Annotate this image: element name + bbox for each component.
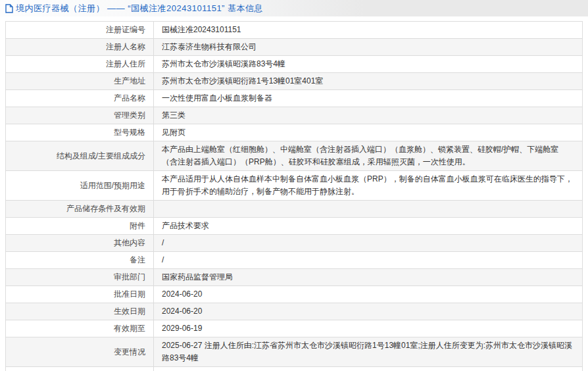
row-value: 一次性使用富血小板血浆制备器 (154, 90, 583, 107)
row-label-text: 产品储存条件及有效期 (66, 204, 145, 213)
table-row: 审批部门国家药品监督管理局 (6, 269, 583, 286)
table-row: 注详情 (6, 367, 583, 371)
row-label-text: 生效日期 (114, 307, 145, 316)
row-label: 生产地址 (6, 73, 154, 90)
row-label: 结构及组成/主要组成成分 (6, 141, 154, 171)
table-row: 生效日期2024-06-20 (6, 303, 583, 320)
row-label-text: 型号规格 (114, 128, 145, 137)
row-value (154, 201, 583, 218)
row-label-text: 审批部门 (114, 272, 145, 282)
row-value: 江苏泰济生物科技有限公司 (154, 39, 583, 56)
row-value: / (154, 252, 583, 269)
table-row: 管理类别第三类 (6, 107, 583, 124)
row-label-text: 注册人名称 (106, 42, 145, 51)
row-value: / (154, 235, 583, 252)
row-label: 适用范围/预期用途 (6, 171, 154, 201)
row-value: 本产品由上端舱室（红细胞舱）、中端舱室（含注射器插入端口）（血浆舱）、锁紧装置、… (154, 141, 583, 171)
row-label-text: 注册证编号 (106, 25, 145, 34)
row-label: 注 (6, 367, 154, 371)
row-label: 变更情况 (6, 337, 154, 367)
row-label: 产品储存条件及有效期 (6, 201, 154, 218)
row-label: 有效期至 (6, 320, 154, 337)
row-label-text: 有效期至 (114, 324, 145, 333)
table-row: 批准日期2024-06-20 (6, 286, 583, 303)
table-row: 备注/ (6, 252, 583, 269)
row-label-text: 结构及组成/主要组成成分 (57, 151, 145, 161)
row-value: 见附页 (154, 124, 583, 141)
document-icon (5, 4, 13, 13)
row-value: 详情 (154, 367, 583, 371)
table-row: 附件产品技术要求 (6, 218, 583, 235)
row-value: 2024-06-20 (154, 303, 583, 320)
row-label-text: 管理类别 (114, 111, 145, 120)
row-value: 2024-06-20 (154, 286, 583, 303)
row-label-text: 生产地址 (114, 76, 145, 86)
table-row: 生产地址苏州市太仓市沙溪镇昭衍路1号13幢01室401室 (6, 73, 583, 90)
table-row: 注册人住所苏州市太仓市沙溪镇昭溪路83号4幢 (6, 56, 583, 73)
row-label: 注册人住所 (6, 56, 154, 73)
row-value: 产品技术要求 (154, 218, 583, 235)
table-row: 产品名称一次性使用富血小板血浆制备器 (6, 90, 583, 107)
row-label-text: 变更情况 (114, 347, 145, 357)
row-label: 附件 (6, 218, 154, 235)
table-row: 结构及组成/主要组成成分本产品由上端舱室（红细胞舱）、中端舱室（含注射器插入端口… (6, 141, 583, 171)
row-label: 注册证编号 (6, 22, 154, 39)
row-label-text: 产品名称 (114, 93, 145, 103)
row-label: 管理类别 (6, 107, 154, 124)
row-label-text: 其他内容 (114, 238, 145, 247)
row-label: 批准日期 (6, 286, 154, 303)
table-row: 注册人名称江苏泰济生物科技有限公司 (6, 39, 583, 56)
info-table: 注册证编号国械注准20243101151注册人名称江苏泰济生物科技有限公司注册人… (5, 21, 583, 371)
row-label: 备注 (6, 252, 154, 269)
row-value: 2025-06-27 注册人住所由:江苏省苏州市太仓市沙溪镇昭衍路1号13幢01… (154, 337, 583, 367)
page-header: 境内医疗器械（注册） —— “国械注准20243101151” 基本信息 (0, 0, 588, 16)
row-label: 生效日期 (6, 303, 154, 320)
page-title: 境内医疗器械（注册） —— “国械注准20243101151” 基本信息 (16, 3, 263, 14)
row-value: 本产品适用于从人体自体血样本中制备自体富血小板血浆（PRP），制备的自体富血小板… (154, 171, 583, 201)
row-value: 国家药品监督管理局 (154, 269, 583, 286)
table-row: 有效期至2029-06-19 (6, 320, 583, 337)
table-row: 型号规格见附页 (6, 124, 583, 141)
row-label: 审批部门 (6, 269, 154, 286)
table-row: 变更情况2025-06-27 注册人住所由:江苏省苏州市太仓市沙溪镇昭衍路1号1… (6, 337, 583, 367)
table-row: 适用范围/预期用途本产品适用于从人体自体血样本中制备自体富血小板血浆（PRP），… (6, 171, 583, 201)
row-label-text: 附件 (130, 221, 145, 230)
row-label: 产品名称 (6, 90, 154, 107)
row-label-text: 批准日期 (114, 289, 145, 299)
row-label-text: 适用范围/预期用途 (80, 181, 145, 190)
row-value: 国械注准20243101151 (154, 22, 583, 39)
row-value: 苏州市太仓市沙溪镇昭溪路83号4幢 (154, 56, 583, 73)
table-row: 产品储存条件及有效期 (6, 201, 583, 218)
info-table-body: 注册证编号国械注准20243101151注册人名称江苏泰济生物科技有限公司注册人… (6, 22, 583, 371)
row-value: 苏州市太仓市沙溪镇昭衍路1号13幢01室401室 (154, 73, 583, 90)
table-row: 其他内容/ (6, 235, 583, 252)
row-value: 第三类 (154, 107, 583, 124)
row-label: 注册人名称 (6, 39, 154, 56)
row-label-text: 注册人住所 (106, 59, 145, 68)
row-label: 型号规格 (6, 124, 154, 141)
row-label: 其他内容 (6, 235, 154, 252)
row-label-text: 备注 (130, 255, 145, 264)
table-row: 注册证编号国械注准20243101151 (6, 22, 583, 39)
row-value: 2029-06-19 (154, 320, 583, 337)
